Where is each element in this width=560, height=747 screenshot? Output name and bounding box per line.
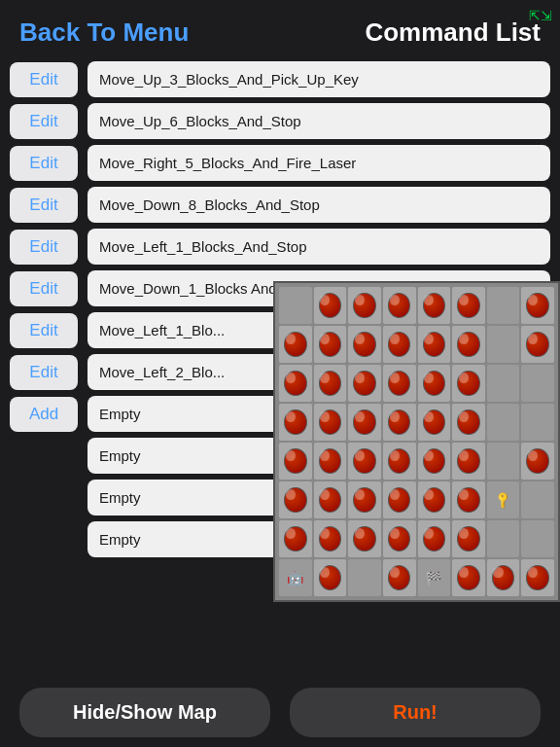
mine-icon [284, 371, 307, 397]
map-cell [383, 287, 416, 324]
mine-icon [353, 526, 376, 552]
edit-button[interactable]: Edit [10, 62, 78, 97]
map-cell [521, 287, 554, 324]
mine-icon [284, 526, 307, 552]
map-cell [383, 443, 416, 480]
map-cell [521, 520, 554, 557]
map-cell [418, 443, 451, 480]
hide-show-map-button[interactable]: Hide/Show Map [19, 688, 270, 737]
mine-icon [353, 371, 376, 397]
map-cell: 🤖 [279, 559, 312, 596]
map-cell [487, 443, 520, 480]
mine-icon [526, 332, 549, 358]
map-cell [418, 481, 451, 518]
mine-icon [457, 487, 480, 514]
mine-icon [388, 371, 411, 397]
map-cell [314, 559, 347, 596]
map-cell [452, 559, 485, 596]
mine-icon [423, 293, 446, 319]
mine-icon [526, 293, 549, 319]
mine-icon [353, 332, 376, 358]
command-label: Move_Down_8_Blocks_And_Stop [88, 187, 550, 223]
mine-icon [457, 332, 480, 358]
map-cell [314, 404, 347, 441]
map-cell [521, 404, 554, 441]
edit-button[interactable]: Edit [10, 230, 78, 265]
command-row: EditMove_Up_6_Blocks_And_Stop [10, 103, 550, 139]
mine-icon [319, 293, 342, 319]
map-cell [521, 326, 554, 363]
command-row: EditMove_Right_5_Blocks_And_Fire_Laser [10, 145, 550, 181]
mine-icon [284, 487, 307, 514]
map-cell [452, 481, 485, 518]
map-cell [418, 365, 451, 402]
edit-button[interactable]: Edit [10, 188, 78, 223]
map-cell [418, 326, 451, 363]
map-cell [452, 443, 485, 480]
run-button[interactable]: Run! [290, 688, 541, 737]
map-cell [521, 365, 554, 402]
map-cell [348, 287, 381, 324]
map-cell [418, 520, 451, 557]
mine-icon [423, 526, 446, 552]
mine-icon [457, 565, 480, 591]
mine-icon [388, 526, 411, 552]
mine-icon [457, 448, 480, 475]
command-label: Move_Right_5_Blocks_And_Fire_Laser [88, 145, 550, 181]
map-cell [452, 365, 485, 402]
back-button[interactable]: Back To Menu [19, 18, 189, 48]
command-label: Move_Up_3_Blocks_And_Pick_Up_Key [88, 61, 550, 97]
command-label: Move_Up_6_Blocks_And_Stop [88, 103, 550, 139]
mine-icon [423, 371, 446, 397]
map-cell [314, 326, 347, 363]
map-cell [418, 404, 451, 441]
map-cell [279, 287, 312, 324]
command-row: EditMove_Left_1_Blocks_And_Stop [10, 229, 550, 265]
map-cell [279, 520, 312, 557]
mine-icon [388, 409, 411, 436]
mine-icon [319, 371, 342, 397]
edit-button[interactable]: Edit [10, 355, 78, 390]
command-row: EditMove_Down_8_Blocks_And_Stop [10, 187, 550, 223]
robot-icon: 🤖 [287, 570, 303, 586]
header: Back To Menu Command List [0, 0, 560, 57]
mine-icon [457, 526, 480, 552]
map-cell [452, 326, 485, 363]
map-cell [418, 287, 451, 324]
map-cell [383, 326, 416, 363]
game-map: 🔑🤖🏁 [273, 281, 560, 602]
mine-icon [457, 293, 480, 319]
map-cell [279, 365, 312, 402]
map-cell [383, 404, 416, 441]
mine-icon [423, 487, 446, 514]
map-cell [348, 443, 381, 480]
map-cell [487, 365, 520, 402]
map-cell [314, 287, 347, 324]
map-cell [487, 559, 520, 596]
mine-icon [319, 409, 342, 436]
mine-icon [388, 293, 411, 319]
map-cell [314, 365, 347, 402]
map-cell [487, 520, 520, 557]
edit-button[interactable]: Edit [10, 271, 78, 306]
map-cell [279, 404, 312, 441]
mine-icon [353, 409, 376, 436]
mine-icon [457, 409, 480, 436]
mine-icon [492, 565, 515, 591]
mine-icon [319, 565, 342, 591]
map-cell [487, 404, 520, 441]
key-icon: 🔑 [493, 490, 513, 511]
mine-icon [457, 371, 480, 397]
edit-button[interactable]: Edit [10, 104, 78, 139]
page-title: Command List [365, 18, 541, 48]
edit-button[interactable]: Edit [10, 313, 78, 348]
add-button[interactable]: Add [10, 397, 78, 432]
map-cell [452, 520, 485, 557]
map-cell [314, 520, 347, 557]
edit-button[interactable]: Edit [10, 146, 78, 181]
map-cell: 🏁 [418, 559, 451, 596]
footer: Hide/Show Map Run! [0, 677, 560, 747]
corner-indicator: ⇱⇲ [529, 8, 552, 23]
mine-icon [353, 487, 376, 514]
map-cell [348, 326, 381, 363]
